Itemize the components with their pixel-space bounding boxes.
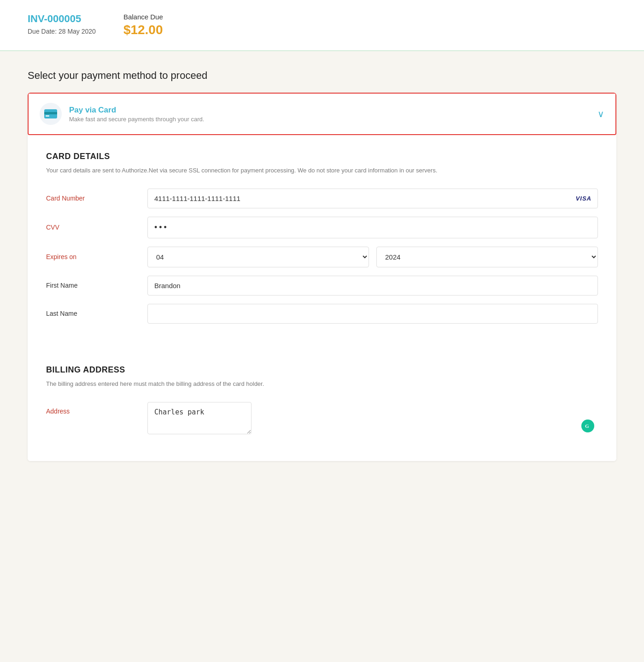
billing-title: BILLING ADDRESS	[46, 365, 598, 375]
card-number-label: Card Number	[46, 195, 147, 202]
cvv-row: CVV	[46, 217, 598, 238]
expires-row: Expires on 01 02 03 04 05 06 07 08 09	[46, 247, 598, 267]
billing-desc: The billing address entered here must ma…	[46, 379, 598, 389]
card-number-input[interactable]	[147, 189, 598, 208]
invoice-info: INV-000005 Due Date: 28 May 2020	[28, 13, 96, 35]
chevron-down-icon: ∨	[597, 108, 604, 119]
invoice-header: INV-000005 Due Date: 28 May 2020 Balance…	[0, 0, 644, 51]
grammarly-icon: G	[584, 422, 591, 430]
grammarly-button[interactable]: G	[581, 420, 594, 432]
address-label: Address	[46, 402, 147, 415]
first-name-input[interactable]	[147, 276, 598, 296]
billing-section: BILLING ADDRESS The billing address ente…	[28, 349, 616, 461]
due-date: Due Date: 28 May 2020	[28, 28, 96, 35]
address-wrapper: Charles park G	[147, 402, 598, 436]
pay-via-card-option[interactable]: Pay via Card Make fast and secure paymen…	[28, 93, 616, 135]
visa-badge: VISA	[576, 195, 591, 202]
first-name-label: First Name	[46, 282, 147, 289]
payment-method-text: Pay via Card Make fast and secure paymen…	[69, 106, 204, 123]
payment-method-desc: Make fast and secure payments through yo…	[69, 116, 204, 123]
cvv-input[interactable]	[147, 217, 598, 238]
last-name-label: Last Name	[46, 310, 147, 317]
expires-month-select[interactable]: 01 02 03 04 05 06 07 08 09 10 11 12	[147, 247, 369, 267]
balance-due-amount: $12.00	[123, 23, 163, 37]
card-details-title: CARD DETAILS	[46, 152, 598, 161]
card-details-desc: Your card details are sent to Authorize.…	[46, 166, 598, 176]
card-details-section: CARD DETAILS Your card details are sent …	[28, 135, 616, 349]
credit-card-icon	[44, 109, 57, 118]
page-wrapper: INV-000005 Due Date: 28 May 2020 Balance…	[0, 0, 644, 662]
address-input[interactable]: Charles park	[147, 402, 252, 434]
cvv-label: CVV	[46, 224, 147, 231]
last-name-row: Last Name	[46, 304, 598, 324]
payment-section-title: Select your payment method to proceed	[28, 70, 616, 82]
svg-rect-1	[44, 112, 57, 114]
payment-method-name: Pay via Card	[69, 106, 204, 115]
last-name-input[interactable]	[147, 304, 598, 324]
expires-label: Expires on	[46, 253, 147, 260]
card-number-row: Card Number VISA	[46, 189, 598, 208]
first-name-row: First Name	[46, 276, 598, 296]
svg-text:G: G	[585, 423, 589, 429]
address-row: Address Charles park G	[46, 402, 598, 436]
invoice-number: INV-000005	[28, 13, 96, 25]
expires-year-select[interactable]: 2020 2021 2022 2023 2024 2025 2026	[376, 247, 598, 267]
balance-due: Balance Due $12.00	[123, 13, 163, 37]
card-number-wrapper: VISA	[147, 189, 598, 208]
card-icon-circle	[40, 103, 62, 125]
expires-wrapper: 01 02 03 04 05 06 07 08 09 10 11 12	[147, 247, 598, 267]
svg-rect-2	[46, 115, 49, 117]
main-content: Select your payment method to proceed Pa…	[0, 51, 644, 479]
balance-due-label: Balance Due	[123, 13, 163, 21]
payment-method-container: Pay via Card Make fast and secure paymen…	[28, 93, 616, 461]
